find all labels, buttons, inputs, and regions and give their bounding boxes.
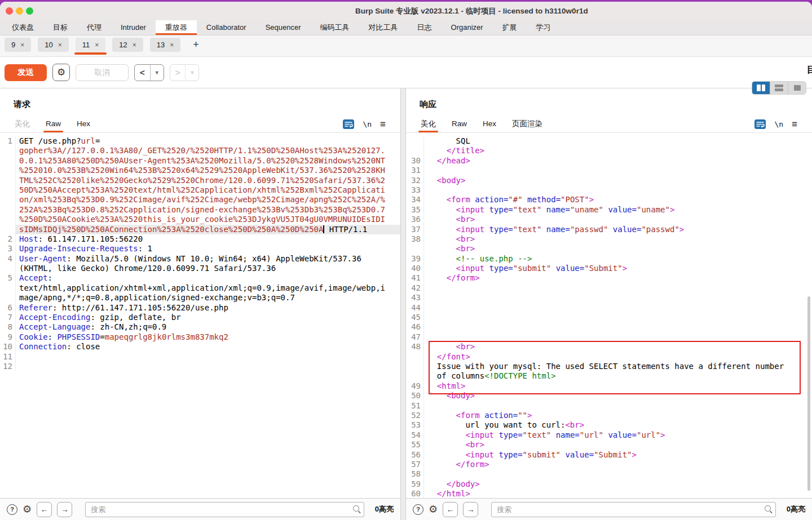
code-line[interactable]: (KHTML, like Gecko) Chrome/120.0.6099.71… (0, 264, 400, 273)
menu-tab-扩展[interactable]: 扩展 (493, 20, 527, 35)
tab-美化[interactable]: 美化 (7, 115, 38, 132)
menu-tab-Intruder[interactable]: Intruder (111, 20, 156, 35)
tab-美化[interactable]: 美化 (413, 115, 444, 132)
repeater-tab-13[interactable]: 13× (150, 38, 180, 52)
close-tab-icon[interactable]: × (170, 41, 174, 49)
code-line[interactable]: 39 <!-- use.php --> (406, 254, 812, 264)
code-line[interactable]: 40 <input type="submit" value="Submit"> (406, 264, 812, 273)
code-line[interactable]: 44 (406, 303, 812, 313)
menu-tab-仪表盘[interactable]: 仪表盘 (2, 20, 43, 35)
response-scrollbar[interactable] (807, 296, 810, 491)
code-line[interactable]: 55 <br> (406, 440, 812, 450)
send-settings-gear-button[interactable]: ⚙ (52, 64, 70, 81)
menu-tab-Organizer[interactable]: Organizer (442, 20, 493, 35)
code-line[interactable]: 5Accept: (0, 273, 400, 283)
code-line[interactable]: 50D%250AAccept%253A%2520text/html%252Cap… (0, 185, 400, 195)
layout-rows-button[interactable] (770, 82, 788, 94)
code-line[interactable]: 9Cookie: PHPSESSID=mapeqgrlg8jk0rlms3m83… (0, 332, 400, 342)
code-line[interactable]: 33 (406, 185, 812, 195)
help-icon[interactable]: ? (7, 504, 17, 515)
code-line[interactable]: 46 (406, 322, 812, 332)
layout-single-button[interactable] (788, 82, 806, 94)
code-line[interactable]: 53 url you want to curl:<br> (406, 420, 812, 430)
code-line[interactable]: %252010.0%253B%2520Win64%253B%2520x64%25… (0, 166, 400, 175)
code-line[interactable]: 37 <input type="text" name="passwd" valu… (406, 225, 812, 234)
show-newlines-icon[interactable]: \n (774, 120, 783, 128)
code-line[interactable]: 47 (406, 332, 812, 342)
send-button[interactable]: 发送 (5, 64, 47, 81)
code-line[interactable]: 7Accept-Encoding: gzip, deflate, br (0, 313, 400, 322)
menu-tab-Sequencer[interactable]: Sequencer (256, 20, 311, 35)
menu-tab-对比工具[interactable]: 对比工具 (359, 20, 408, 35)
code-line[interactable]: 252A%253Bq%253D0.8%252Capplication/signe… (0, 205, 400, 215)
cancel-button[interactable]: 取消 (76, 64, 129, 81)
menu-tab-编码工具[interactable]: 编码工具 (311, 20, 359, 35)
code-line[interactable]: 3Upgrade-Insecure-Requests: 1 (0, 244, 400, 254)
close-window-button[interactable] (6, 7, 13, 15)
code-line[interactable]: 10Connection: close (0, 342, 400, 352)
close-tab-icon[interactable]: × (133, 41, 136, 49)
panel-divider[interactable] (400, 88, 406, 520)
code-line[interactable]: 51 (406, 401, 812, 411)
history-forward-button[interactable]: > (170, 65, 186, 81)
previous-match-button[interactable]: ← (37, 502, 52, 517)
word-wrap-icon[interactable] (754, 119, 766, 129)
code-line[interactable]: 36 <br> (406, 215, 812, 224)
code-line[interactable]: on/xml%253Bq%253D0.9%252Cimage/avif%252C… (0, 195, 400, 205)
code-line[interactable]: 2Host: 61.147.171.105:56220 (0, 234, 400, 244)
code-line[interactable]: 38 <br> (406, 234, 812, 244)
code-line[interactable]: 54 <input type="text" name="url" value="… (406, 430, 812, 440)
close-tab-icon[interactable]: × (95, 41, 99, 49)
response-editor[interactable]: SQL </title>30 </head>3132 <body>3334 <f… (406, 133, 812, 498)
repeater-tab-12[interactable]: 12× (112, 38, 143, 52)
code-line[interactable]: %250D%250ACookie%253A%2520this_is_your_c… (0, 215, 400, 224)
editor-menu-icon[interactable]: ≡ (380, 119, 386, 129)
code-line[interactable]: TML%252C%2520like%2520Gecko%2529%2520Chr… (0, 176, 400, 185)
tab-Hex[interactable]: Hex (69, 115, 98, 132)
previous-match-button[interactable]: ← (443, 502, 458, 517)
history-back-button[interactable]: < (135, 65, 150, 81)
zoom-window-button[interactable] (26, 7, 33, 15)
code-line[interactable]: 45 (406, 313, 812, 322)
code-line[interactable]: 4User-Agent: Mozilla/5.0 (Windows NT 10.… (0, 254, 400, 264)
code-line[interactable]: sIDMsIDQj%250D%250AConnection%253A%2520c… (0, 225, 400, 234)
code-line[interactable]: Issue with your mysql: The used SELECT s… (406, 362, 812, 371)
close-tab-icon[interactable]: × (58, 41, 62, 49)
code-line[interactable]: </font> (406, 352, 812, 362)
code-line[interactable]: gopher%3A//127.0.0.1%3A80/_GET%2520/%252… (0, 146, 400, 155)
code-line[interactable]: 30 </head> (406, 156, 812, 166)
code-line[interactable]: 56 <input type="submit" value="Submit"> (406, 450, 812, 460)
request-search-input[interactable] (85, 502, 364, 517)
code-line[interactable]: </title> (406, 146, 812, 155)
code-line[interactable]: 50 <body> (406, 391, 812, 401)
tab-页面渲染[interactable]: 页面渲染 (504, 115, 550, 132)
forward-dropdown-caret[interactable]: ▼ (186, 65, 198, 81)
code-line[interactable]: SQL (406, 136, 812, 146)
help-icon[interactable]: ? (413, 504, 423, 515)
menu-tab-日志[interactable]: 日志 (408, 20, 442, 35)
menu-tab-代理[interactable]: 代理 (77, 20, 111, 35)
code-line[interactable]: 32 <body> (406, 176, 812, 185)
repeater-tab-10[interactable]: 10× (38, 38, 68, 52)
code-line[interactable]: 59 </body> (406, 479, 812, 489)
tab-Raw[interactable]: Raw (38, 115, 69, 132)
editor-menu-icon[interactable]: ≡ (792, 119, 797, 129)
code-line[interactable]: 41 </form> (406, 273, 812, 283)
code-line[interactable]: 11 (0, 352, 400, 362)
close-tab-icon[interactable]: × (20, 41, 24, 49)
code-line[interactable]: 6Referer: http://61.147.171.105:56220/us… (0, 303, 400, 313)
back-dropdown-caret[interactable]: ▼ (151, 65, 164, 81)
code-line[interactable]: text/html,application/xhtml+xml,applicat… (0, 283, 400, 293)
code-line[interactable]: 60 </html> (406, 489, 812, 498)
code-line[interactable]: 57 </form> (406, 460, 812, 469)
next-match-button[interactable]: → (463, 502, 478, 517)
code-line[interactable]: 52 <form action=""> (406, 411, 812, 420)
code-line[interactable]: 42 (406, 283, 812, 293)
tab-Hex[interactable]: Hex (475, 115, 504, 132)
request-editor[interactable]: 1GET /use.php?url=gopher%3A//127.0.0.1%3… (0, 133, 400, 498)
menu-tab-目标[interactable]: 目标 (43, 20, 77, 35)
code-line[interactable]: 8Accept-Language: zh-CN,zh;q=0.9 (0, 322, 400, 332)
code-line[interactable]: 48 <br> (406, 342, 812, 352)
code-line[interactable]: 43 (406, 293, 812, 303)
next-match-button[interactable]: → (57, 502, 72, 517)
